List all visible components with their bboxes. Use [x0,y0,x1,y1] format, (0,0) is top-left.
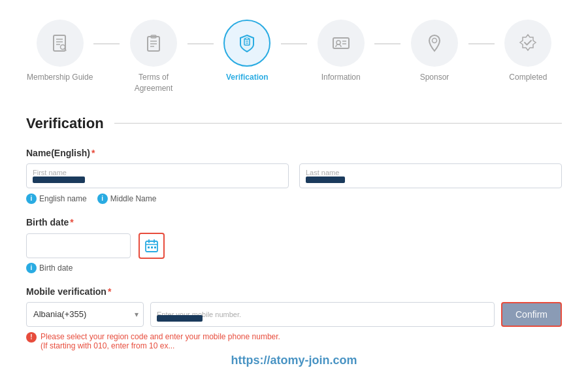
step-icon-verification [223,20,270,67]
step-terms: Terms of Agreement [120,20,187,94]
error-text: Please select your region code and enter… [41,332,280,350]
first-name-input[interactable] [26,163,289,188]
birthdate-hint-row: i Birth date [26,263,562,273]
step-sponsor: Sponsor [400,20,468,83]
step-membership-guide: Membership Guide [26,20,93,83]
step-icon-completed [504,20,551,67]
mobile-input[interactable] [150,302,495,327]
location-pin-icon [424,33,445,54]
step-label-completed: Completed [509,72,547,83]
name-row: First name Last name [26,163,562,188]
svg-rect-26 [154,246,156,248]
connector-4 [374,43,400,44]
step-icon-sponsor [411,20,458,67]
step-completed: Completed [495,20,562,83]
info-icon-middle: i [97,194,108,204]
svg-rect-24 [148,246,150,248]
step-verification: Verification [214,20,281,83]
confirm-button[interactable]: Confirm [501,302,562,327]
first-name-masked [33,177,85,183]
calendar-button[interactable] [139,233,165,259]
step-label-terms: Terms of Agreement [120,72,187,94]
form-body: Name(English)* First name Last name i En… [26,148,562,350]
step-label-sponsor: Sponsor [420,72,449,83]
birthdate-input-wrap: 1980-01-23 [26,233,131,258]
hint-english-name: i English name [26,194,87,204]
connector-2 [188,43,214,44]
id-card-icon [331,33,351,54]
shield-clipboard-icon [237,33,257,54]
required-star-mobile: * [108,286,111,297]
mobile-row: Albania(+355) ▾ Enter your mobile number… [26,302,562,327]
first-name-field: First name [26,163,289,188]
required-star: * [91,148,95,158]
last-name-masked [306,177,345,183]
stepper: Membership Guide Terms of Agreement [26,13,562,94]
name-group: Name(English)* First name Last name i En… [26,148,562,204]
svg-rect-14 [246,38,249,40]
section-header: Verification [26,115,562,132]
birthdate-row: 1980-01-23 [26,233,562,259]
step-label-verification: Verification [226,72,269,83]
birthdate-group: Birth date* 1980-01-23 [26,217,562,273]
divider [114,123,562,124]
connector-3 [281,43,307,44]
search-doc-icon [50,33,71,54]
mobile-group: Mobile verification* Albania(+355) ▾ Ent… [26,286,562,350]
step-icon-membership-guide [37,20,84,67]
mobile-label: Mobile verification* [26,286,562,297]
birthdate-label: Birth date* [26,217,562,227]
step-icon-terms [130,20,177,67]
connector-5 [468,43,495,44]
last-name-input[interactable] [299,163,562,188]
page-title: Verification [26,115,104,132]
last-name-field: Last name [299,163,562,188]
step-label-membership-guide: Membership Guide [27,72,93,83]
step-information: Information [307,20,374,83]
page-wrapper: Membership Guide Terms of Agreement [0,0,588,387]
calendar-icon [144,239,159,253]
svg-rect-0 [54,35,65,51]
country-select-wrap: Albania(+355) ▾ [26,302,144,327]
mobile-masked [157,315,203,322]
error-icon: ! [26,332,37,343]
svg-point-16 [336,41,340,44]
mobile-error: ! Please select your region code and ent… [26,332,562,350]
birthdate-input[interactable]: 1980-01-23 [26,233,131,258]
hint-birthdate: i Birth date [26,263,73,273]
badge-check-icon [517,33,538,54]
svg-rect-25 [151,246,153,248]
info-icon-english: i [26,194,37,204]
name-label: Name(English)* [26,148,562,158]
country-select[interactable]: Albania(+355) [26,302,144,327]
connector-1 [93,43,120,44]
step-icon-information [318,20,365,67]
step-label-information: Information [321,72,361,83]
required-star-birth: * [70,217,73,227]
svg-point-19 [432,39,436,43]
name-hints: i English name i Middle Name [26,194,562,204]
clipboard-icon [143,33,164,54]
mobile-input-wrap: Enter your mobile number. [150,302,495,327]
info-icon-birthdate: i [26,263,37,273]
hint-middle-name: i Middle Name [97,194,157,204]
